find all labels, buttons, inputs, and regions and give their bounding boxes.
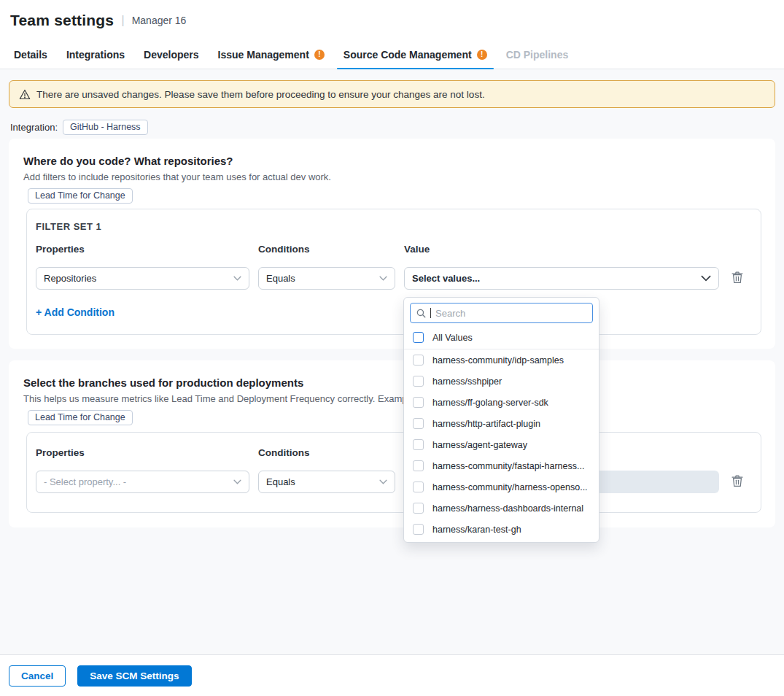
banner-text: There are unsaved changes. Please save t… (36, 89, 485, 100)
repo-option[interactable]: harness/agent-gateway (404, 434, 599, 455)
tab-issue-management[interactable]: Issue Management ! (209, 41, 334, 69)
branch-property-select[interactable]: - Select property... - (36, 471, 249, 493)
checkbox-icon[interactable] (413, 524, 424, 535)
checkbox-icon[interactable] (413, 460, 424, 471)
warning-badge-icon: ! (477, 50, 487, 60)
save-scm-settings-button[interactable]: Save SCM Settings (77, 665, 191, 687)
section-subtitle: This helps us measure metrics like Lead … (23, 393, 440, 404)
value-select-popup: Search All Values harness-community/idp-… (403, 297, 599, 543)
properties-column-label: Properties (36, 244, 85, 255)
add-condition-button[interactable]: + Add Condition (36, 306, 115, 318)
search-input[interactable]: Search (410, 303, 593, 323)
warning-badge-icon: ! (314, 50, 325, 60)
repositories-section: Where do you code? What repositories? Ad… (9, 139, 775, 349)
section-title: Select the branches used for production … (23, 376, 303, 389)
value-column-label: Value (404, 244, 430, 255)
checkbox-icon[interactable] (413, 376, 424, 387)
search-placeholder: Search (435, 308, 465, 319)
branches-section: Select the branches used for production … (9, 360, 775, 527)
repo-option[interactable]: harness/sshpiper (404, 371, 599, 392)
repo-option[interactable]: harness-community/idp-samples (404, 349, 599, 371)
chevron-down-icon (701, 275, 711, 282)
repo-option-clipped[interactable]: harness/internal-dashboards (404, 540, 599, 543)
delete-filter-icon[interactable] (731, 475, 744, 488)
tab-source-code-management[interactable]: Source Code Management ! (334, 41, 497, 69)
integration-chip[interactable]: GitHub - Harness (63, 120, 148, 135)
tab-integrations[interactable]: Integrations (57, 41, 134, 69)
metric-chip: Lead Time for Change (28, 410, 133, 425)
section-title: Where do you code? What repositories? (23, 155, 233, 167)
chevron-down-icon (233, 479, 241, 484)
repo-option[interactable]: harness/http-artifact-plugin (404, 413, 599, 434)
branch-filter-card: Properties Conditions Value - Select pro… (26, 432, 761, 513)
repo-option[interactable]: harness/ff-golang-server-sdk (404, 392, 599, 413)
branch-condition-select[interactable]: Equals (258, 471, 395, 493)
section-subtitle: Add filters to include repositories that… (23, 171, 331, 182)
integration-label: Integration: (10, 122, 58, 133)
tab-cd-pipelines: CD Pipelines (497, 41, 578, 69)
conditions-column-label: Conditions (258, 447, 310, 458)
page-subtitle: Manager 16 (132, 15, 187, 26)
repo-option[interactable]: harness/karan-test-gh (404, 519, 599, 540)
conditions-column-label: Conditions (258, 244, 310, 255)
metric-chip: Lead Time for Change (28, 188, 133, 204)
properties-column-label: Properties (36, 447, 85, 458)
warning-triangle-icon (19, 89, 31, 100)
checkbox-icon[interactable] (413, 482, 424, 492)
chevron-down-icon (379, 276, 387, 281)
delete-filter-icon[interactable] (731, 271, 744, 285)
integration-row: Integration: GitHub - Harness (10, 120, 148, 135)
property-select[interactable]: Repositories (36, 267, 249, 290)
tab-bar: Details Integrations Developers Issue Ma… (0, 41, 784, 69)
value-select[interactable]: Select values... (404, 267, 719, 290)
checkbox-icon[interactable] (413, 503, 424, 514)
team-settings-page: Team settings | Manager 16 Details Integ… (0, 0, 784, 696)
text-cursor (430, 308, 431, 318)
chevron-down-icon (379, 479, 387, 484)
title-divider: | (121, 13, 124, 28)
page-title: Team settings (10, 12, 114, 29)
all-values-option[interactable]: All Values (404, 328, 599, 347)
cancel-button[interactable]: Cancel (9, 665, 66, 687)
footer-bar: Cancel Save SCM Settings (0, 654, 784, 696)
tab-developers[interactable]: Developers (134, 41, 208, 69)
checkbox-icon[interactable] (413, 418, 424, 429)
checkbox-icon[interactable] (413, 332, 424, 343)
unsaved-changes-banner: There are unsaved changes. Please save t… (9, 80, 775, 108)
checkbox-icon[interactable] (413, 397, 424, 408)
page-header: Team settings | Manager 16 (0, 0, 784, 41)
condition-select[interactable]: Equals (258, 267, 395, 290)
search-icon (416, 309, 426, 318)
repo-option[interactable]: harness/harness-dashboards-internal (404, 498, 599, 519)
filter-set-title: FILTER SET 1 (36, 221, 101, 232)
chevron-down-icon (233, 276, 241, 281)
filter-set-card: FILTER SET 1 Properties Conditions Value… (26, 209, 761, 335)
repo-option[interactable]: harness-community/fastapi-harness... (404, 455, 599, 476)
checkbox-icon[interactable] (413, 355, 424, 366)
tab-details[interactable]: Details (4, 41, 57, 69)
checkbox-icon[interactable] (413, 439, 424, 450)
repo-option[interactable]: harness-community/harness-openso... (404, 476, 599, 498)
